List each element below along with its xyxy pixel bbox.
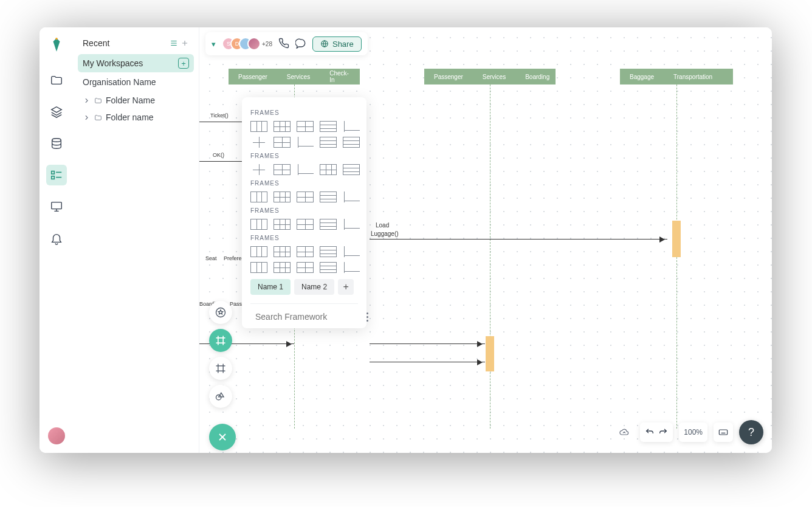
tab-name-2[interactable]: Name 2	[294, 279, 334, 295]
lane-group-3: BaggageTransportation	[620, 69, 733, 84]
search-input[interactable]	[255, 312, 362, 322]
undo-icon	[645, 427, 655, 437]
bell-icon[interactable]	[46, 228, 67, 249]
frame-option[interactable]	[297, 191, 314, 202]
frame-option[interactable]	[320, 246, 337, 257]
frame-tool[interactable]	[209, 357, 232, 380]
canvas-topbar: ▾ S D +28 Share	[205, 32, 368, 55]
frame-option[interactable]	[297, 137, 314, 148]
close-button[interactable]	[209, 424, 236, 450]
frame-option[interactable]	[320, 219, 337, 230]
frame-option[interactable]	[250, 246, 267, 257]
sidebar-my-workspaces[interactable]: My Workspaces +	[78, 54, 194, 72]
my-workspaces-label: My Workspaces	[83, 58, 173, 68]
sidebar-org[interactable]: Organisation Name	[78, 72, 194, 88]
keyboard-icon[interactable]	[714, 422, 733, 442]
frame-option[interactable]	[320, 262, 337, 273]
chevron-right-icon	[83, 97, 91, 105]
plus-icon[interactable]	[181, 39, 189, 47]
section-title: FRAMES	[250, 180, 358, 187]
frame-option[interactable]	[343, 121, 360, 132]
frame-option[interactable]	[320, 121, 337, 132]
frame-option[interactable]	[274, 164, 291, 175]
section-title: FRAMES	[250, 153, 358, 159]
frame-option[interactable]	[343, 164, 360, 175]
list-view-icon[interactable]	[170, 39, 178, 47]
lifeline	[490, 84, 490, 429]
globe-icon	[320, 40, 329, 48]
sidebar-recent[interactable]: Recent	[78, 35, 194, 52]
list-icon[interactable]	[46, 165, 67, 185]
redo-icon	[658, 427, 668, 437]
collaborator-avatars[interactable]: S D +28	[222, 37, 272, 50]
section-title: FRAMES	[250, 235, 358, 241]
sidebar-folder-2[interactable]: Folder name	[78, 109, 194, 126]
lane-group-1: PassengerServicesCheck-In	[229, 69, 360, 84]
zoom-level[interactable]: 100%	[679, 422, 707, 442]
folder-label: Folder Name	[106, 95, 155, 105]
frame-option[interactable]	[320, 191, 337, 202]
arrow	[370, 239, 667, 240]
star-tool[interactable]	[209, 301, 232, 324]
call-icon[interactable]	[278, 38, 289, 50]
frame-option[interactable]	[297, 262, 314, 273]
frame-option[interactable]	[274, 262, 291, 273]
frame-option[interactable]	[320, 137, 337, 148]
frame-option[interactable]	[343, 191, 360, 202]
recent-label: Recent	[83, 38, 165, 48]
add-workspace-button[interactable]: +	[178, 58, 189, 69]
more-icon[interactable]	[366, 312, 368, 322]
frame-option[interactable]	[274, 137, 291, 148]
frame-option[interactable]	[297, 164, 314, 175]
frame-option[interactable]	[250, 137, 267, 148]
frame-option[interactable]	[297, 246, 314, 257]
frame-option[interactable]	[250, 262, 267, 273]
cloud-sync-icon[interactable]	[614, 422, 634, 442]
tab-add-button[interactable]: +	[338, 279, 354, 295]
svg-rect-6	[51, 202, 61, 209]
tool-stack	[209, 301, 236, 450]
share-button[interactable]: Share	[312, 36, 362, 52]
svg-point-22	[216, 395, 221, 400]
frame-option[interactable]	[343, 219, 360, 230]
frame-option[interactable]	[250, 219, 267, 230]
frame-option[interactable]	[297, 219, 314, 230]
chevron-right-icon	[83, 114, 91, 122]
folder-icon[interactable]	[46, 70, 67, 91]
panel-search	[250, 303, 358, 322]
msg-ok: OK()	[213, 152, 224, 158]
frame-option[interactable]	[274, 219, 291, 230]
app-logo	[50, 37, 63, 53]
shapes-tool[interactable]	[209, 385, 232, 408]
frame-option[interactable]	[274, 191, 291, 202]
frame-tool-active[interactable]	[209, 329, 232, 352]
msg-seat: Seat	[205, 255, 217, 261]
svg-point-1	[52, 139, 61, 142]
section-title: FRAMES	[250, 109, 358, 116]
canvas[interactable]: ▾ S D +28 Share PassengerServicesCheck-I…	[199, 27, 772, 453]
presentation-icon[interactable]	[46, 196, 67, 217]
layers-icon[interactable]	[46, 102, 67, 122]
svg-rect-27	[719, 430, 727, 435]
frame-option[interactable]	[274, 246, 291, 257]
frames-panel: FRAMES FRAMES	[242, 97, 366, 328]
arrow	[370, 343, 485, 344]
undo-redo[interactable]	[640, 422, 673, 442]
chat-icon[interactable]	[295, 38, 306, 50]
frame-option[interactable]	[250, 164, 267, 175]
frame-option[interactable]	[343, 246, 360, 257]
section-title: FRAMES	[250, 207, 358, 214]
tab-name-1[interactable]: Name 1	[250, 279, 291, 295]
sidebar-folder-1[interactable]: Folder Name	[78, 92, 194, 109]
user-avatar[interactable]	[48, 427, 65, 444]
database-icon[interactable]	[46, 133, 67, 154]
help-button[interactable]: ?	[739, 420, 763, 444]
frame-option[interactable]	[343, 137, 360, 148]
frame-option[interactable]	[320, 164, 337, 175]
chevron-down-icon[interactable]: ▾	[212, 40, 216, 49]
frame-option[interactable]	[297, 121, 314, 132]
frame-option[interactable]	[250, 191, 267, 202]
frame-option[interactable]	[250, 121, 267, 132]
frame-option[interactable]	[274, 121, 291, 132]
frame-option[interactable]	[343, 262, 360, 273]
